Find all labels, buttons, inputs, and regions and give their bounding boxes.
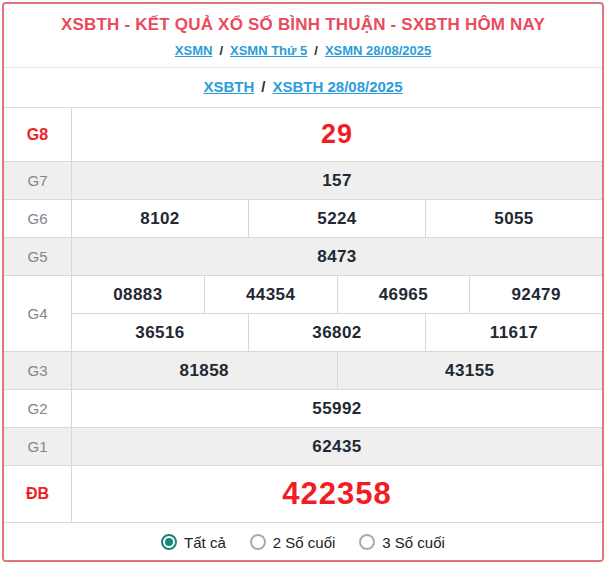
filter-option-label: 3 Số cuối (382, 534, 445, 551)
prize-subrow: 29 (72, 108, 602, 161)
digit-filter-options: Tất cả2 Số cuối3 Số cuối (4, 523, 602, 561)
prize-row-g4: G408883443544696592479365163680211617 (4, 276, 602, 352)
prize-row-g5: G58473 (4, 238, 602, 276)
link-xsmn-thu-5[interactable]: XSMN Thứ 5 (230, 43, 307, 58)
subheader: XSBTH/XSBTH 28/08/2025 (4, 68, 602, 108)
prize-number: 92479 (469, 276, 602, 313)
prize-values-g1: 62435 (72, 428, 602, 465)
prize-number: 36802 (248, 314, 425, 351)
prize-number: 8102 (72, 200, 248, 237)
prize-number: 422358 (72, 466, 602, 522)
prize-number: 5055 (425, 200, 602, 237)
lottery-result-card: XSBTH - KẾT QUẢ XỔ SỐ BÌNH THUẬN - SXBTH… (2, 2, 604, 562)
prize-row-g2: G255992 (4, 390, 602, 428)
prize-number: 08883 (72, 276, 204, 313)
prize-label-g5: G5 (4, 238, 72, 275)
prize-subrow: 55992 (72, 390, 602, 427)
prize-subrow: 157 (72, 162, 602, 199)
prize-label-g3: G3 (4, 352, 72, 389)
prize-values-db: 422358 (72, 466, 602, 522)
filter-option-3-so-cuoi[interactable]: 3 Số cuối (359, 534, 445, 551)
prize-subrow: 8473 (72, 238, 602, 275)
breadcrumb-separator: / (314, 43, 318, 58)
prize-number: 8473 (72, 238, 602, 275)
breadcrumb-separator: / (219, 43, 223, 58)
prize-row-db: ĐB422358 (4, 466, 602, 523)
prize-values-g7: 157 (72, 162, 602, 199)
filter-option-label: 2 Số cuối (273, 534, 336, 551)
filter-option-2-so-cuoi[interactable]: 2 Số cuối (250, 534, 336, 551)
breadcrumb-separator: / (261, 78, 265, 95)
filter-option-tat-ca[interactable]: Tất cả (161, 534, 226, 551)
prize-number: 81858 (72, 352, 337, 389)
filter-option-label: Tất cả (184, 534, 226, 551)
link-xsmn-date[interactable]: XSMN 28/08/2025 (325, 43, 431, 58)
radio-icon-3-so-cuoi[interactable] (359, 534, 375, 550)
prize-label-g7: G7 (4, 162, 72, 199)
prize-label-g8: G8 (4, 108, 72, 161)
prize-label-g4: G4 (4, 276, 72, 351)
prize-subrow: 810252245055 (72, 200, 602, 237)
radio-icon-2-so-cuoi[interactable] (250, 534, 266, 550)
breadcrumb-xsbth: XSBTH/XSBTH 28/08/2025 (12, 78, 594, 95)
breadcrumb-xsmn: XSMN/XSMN Thứ 5/XSMN 28/08/2025 (12, 43, 594, 58)
prize-values-g6: 810252245055 (72, 200, 602, 237)
prize-number: 46965 (337, 276, 470, 313)
prize-label-g6: G6 (4, 200, 72, 237)
prize-number: 5224 (248, 200, 425, 237)
prize-row-g6: G6810252245055 (4, 200, 602, 238)
prize-label-db: ĐB (4, 466, 72, 522)
prize-subrow: 62435 (72, 428, 602, 465)
prize-subrow: 422358 (72, 466, 602, 522)
prize-number: 11617 (425, 314, 602, 351)
prize-row-g1: G162435 (4, 428, 602, 466)
prize-number: 157 (72, 162, 602, 199)
prize-number: 43155 (337, 352, 603, 389)
prize-values-g8: 29 (72, 108, 602, 161)
page-title: XSBTH - KẾT QUẢ XỔ SỐ BÌNH THUẬN - SXBTH… (12, 15, 594, 35)
prize-label-g2: G2 (4, 390, 72, 427)
prize-subrow: 365163680211617 (72, 313, 602, 351)
link-xsmn[interactable]: XSMN (175, 43, 213, 58)
prize-subrow: 08883443544696592479 (72, 276, 602, 313)
prize-number: 44354 (204, 276, 337, 313)
prize-values-g4: 08883443544696592479365163680211617 (72, 276, 602, 351)
prize-number: 36516 (72, 314, 248, 351)
prize-row-g8: G829 (4, 108, 602, 162)
prize-label-g1: G1 (4, 428, 72, 465)
prize-number: 29 (72, 108, 602, 161)
link-xsbth[interactable]: XSBTH (203, 78, 254, 95)
radio-icon-tat-ca[interactable] (161, 534, 177, 550)
link-xsbth-date[interactable]: XSBTH 28/08/2025 (272, 78, 402, 95)
prize-values-g5: 8473 (72, 238, 602, 275)
prize-number: 62435 (72, 428, 602, 465)
prize-values-g2: 55992 (72, 390, 602, 427)
card-header: XSBTH - KẾT QUẢ XỔ SỐ BÌNH THUẬN - SXBTH… (4, 4, 602, 68)
results-table: G829G7157G6810252245055G58473G4088834435… (4, 108, 602, 523)
prize-row-g3: G38185843155 (4, 352, 602, 390)
prize-row-g7: G7157 (4, 162, 602, 200)
prize-number: 55992 (72, 390, 602, 427)
prize-subrow: 8185843155 (72, 352, 602, 389)
prize-values-g3: 8185843155 (72, 352, 602, 389)
